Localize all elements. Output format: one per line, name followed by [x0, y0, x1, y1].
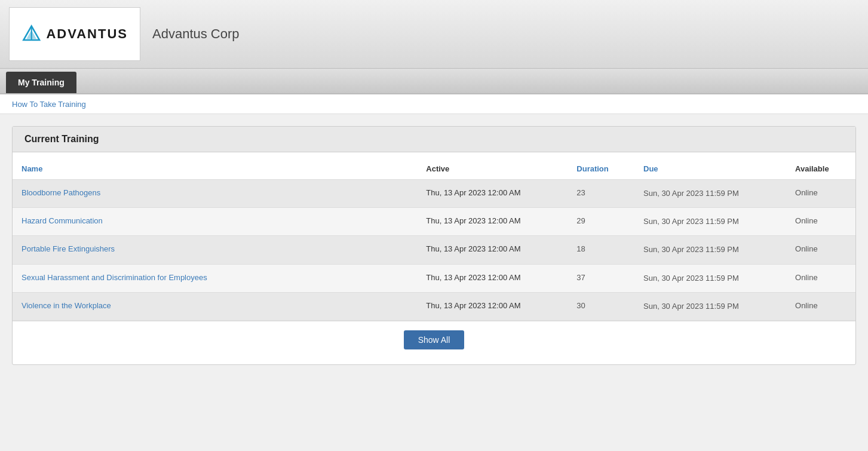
logo-box: ADVANTUS — [9, 7, 140, 61]
table-row: Sexual Harassment and Discrimination for… — [13, 264, 855, 292]
course-active-cell: Thu, 13 Apr 2023 12:00 AM — [417, 264, 568, 292]
course-active-cell: Thu, 13 Apr 2023 12:00 AM — [417, 236, 568, 264]
course-name-cell: Hazard Communication — [13, 208, 417, 236]
course-due-cell: Sun, 30 Apr 2023 11:59 PM — [634, 236, 786, 264]
course-active-cell: Thu, 13 Apr 2023 12:00 AM — [417, 208, 568, 236]
company-name: Advantus Corp — [152, 26, 240, 42]
course-name-cell: Sexual Harassment and Discrimination for… — [13, 264, 417, 292]
course-name-cell: Portable Fire Extinguishers — [13, 236, 417, 264]
course-duration-cell: 23 — [568, 180, 634, 208]
show-all-row: Show All — [13, 321, 855, 358]
advantus-logo-icon — [22, 23, 41, 45]
course-active-cell: Thu, 13 Apr 2023 12:00 AM — [417, 180, 568, 208]
course-due-cell: Sun, 30 Apr 2023 11:59 PM — [634, 264, 786, 292]
nav-tabs-bar: My Training — [0, 69, 868, 94]
training-table-container: Name Active Duration Due Available Blood… — [13, 152, 855, 364]
course-due-cell: Sun, 30 Apr 2023 11:59 PM — [634, 208, 786, 236]
table-header-row: Name Active Duration Due Available — [13, 158, 855, 180]
course-name-link[interactable]: Sexual Harassment and Discrimination for… — [22, 273, 207, 282]
course-duration-cell: 29 — [568, 208, 634, 236]
how-to-take-training-link[interactable]: How To Take Training — [12, 100, 86, 109]
page-header: ADVANTUS Advantus Corp — [0, 0, 868, 69]
col-header-due: Due — [634, 158, 786, 180]
course-name-link[interactable]: Bloodborne Pathogens — [22, 188, 100, 197]
course-available-cell: Online — [786, 264, 855, 292]
course-duration-cell: 18 — [568, 236, 634, 264]
table-row: Bloodborne PathogensThu, 13 Apr 2023 12:… — [13, 180, 855, 208]
course-available-cell: Online — [786, 208, 855, 236]
course-name-link[interactable]: Violence in the Workplace — [22, 301, 111, 310]
show-all-button[interactable]: Show All — [404, 330, 465, 349]
course-due-cell: Sun, 30 Apr 2023 11:59 PM — [634, 292, 786, 320]
main-content: Current Training Name Active Duration Du… — [0, 114, 868, 451]
training-table: Name Active Duration Due Available Blood… — [13, 158, 855, 321]
course-name-link[interactable]: Portable Fire Extinguishers — [22, 244, 115, 253]
table-row: Hazard CommunicationThu, 13 Apr 2023 12:… — [13, 208, 855, 236]
table-row: Portable Fire ExtinguishersThu, 13 Apr 2… — [13, 236, 855, 264]
course-name-link[interactable]: Hazard Communication — [22, 216, 103, 225]
course-active-cell: Thu, 13 Apr 2023 12:00 AM — [417, 292, 568, 320]
course-due-cell: Sun, 30 Apr 2023 11:59 PM — [634, 180, 786, 208]
link-bar: How To Take Training — [0, 94, 868, 114]
col-header-name: Name — [13, 158, 417, 180]
my-training-tab[interactable]: My Training — [6, 72, 76, 93]
current-training-section: Current Training Name Active Duration Du… — [12, 126, 856, 365]
course-available-cell: Online — [786, 180, 855, 208]
course-duration-cell: 37 — [568, 264, 634, 292]
course-available-cell: Online — [786, 292, 855, 320]
course-duration-cell: 30 — [568, 292, 634, 320]
col-header-active: Active — [417, 158, 568, 180]
course-available-cell: Online — [786, 236, 855, 264]
course-name-cell: Violence in the Workplace — [13, 292, 417, 320]
course-name-cell: Bloodborne Pathogens — [13, 180, 417, 208]
col-header-duration: Duration — [568, 158, 634, 180]
table-row: Violence in the WorkplaceThu, 13 Apr 202… — [13, 292, 855, 320]
section-title: Current Training — [13, 127, 855, 152]
logo-text: ADVANTUS — [46, 26, 128, 42]
col-header-available: Available — [786, 158, 855, 180]
